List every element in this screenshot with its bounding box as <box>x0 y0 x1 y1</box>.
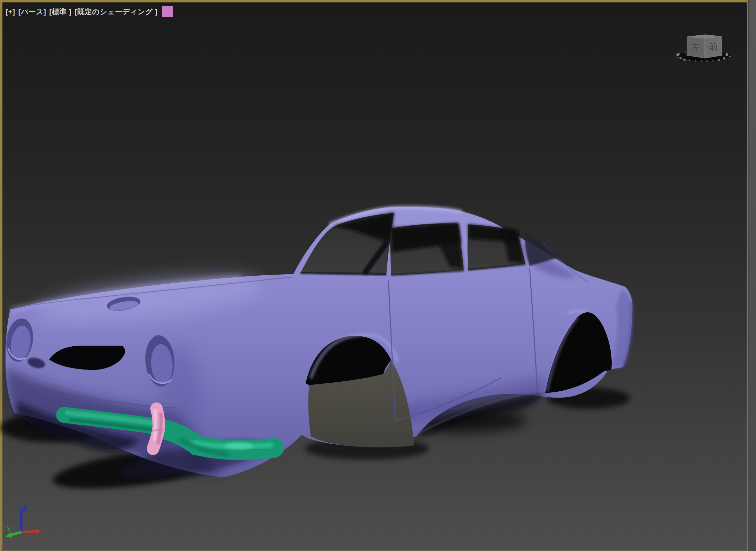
viewcube-front-face-label[interactable]: 前 <box>708 41 718 52</box>
y-axis: Y <box>6 526 21 538</box>
world-axis-gizmo: Z X Y <box>3 504 55 549</box>
viewport-general-menu[interactable]: [+] <box>6 8 15 16</box>
viewcube-left-face-label[interactable]: 左 <box>691 42 701 53</box>
viewport-quality-menu[interactable]: [標準 ] <box>49 7 71 17</box>
x-axis: X <box>21 524 42 534</box>
viewcube[interactable]: 左 前 <box>674 29 737 69</box>
car-body-model[interactable] <box>0 0 756 551</box>
z-axis: Z <box>19 505 27 532</box>
y-axis-label: Y <box>7 526 11 533</box>
viewport-label: [+] [パース] [標準 ] [既定のシェーディング ] <box>6 6 173 17</box>
z-axis-label: Z <box>22 505 27 512</box>
x-axis-label: X <box>35 524 39 531</box>
object-color-swatch <box>162 6 173 17</box>
viewport-shading-menu[interactable]: [既定のシェーディング ] <box>75 7 158 17</box>
viewport-pov-menu[interactable]: [パース] <box>18 7 46 17</box>
command-panel-edge <box>748 0 756 551</box>
max-3d-app-window: 左 前 Z X Y [+] [パース] [標準 ] [既定のシェーディング ] <box>0 0 756 551</box>
